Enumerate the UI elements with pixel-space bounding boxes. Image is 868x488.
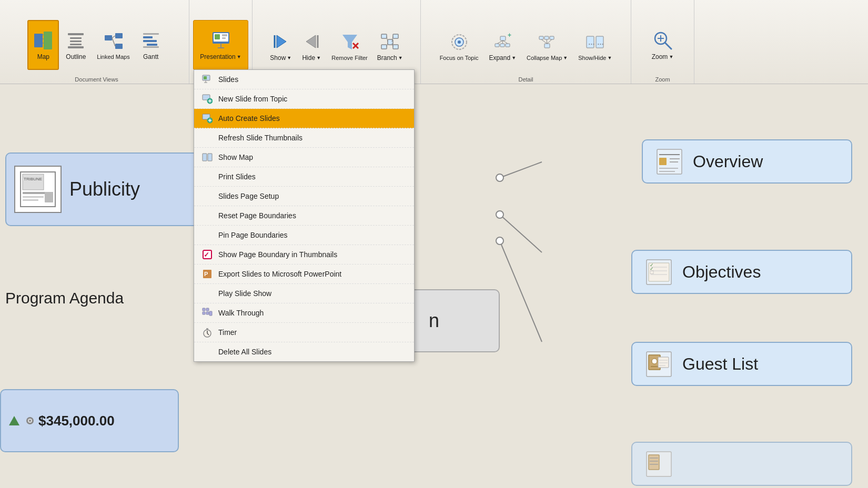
gantt-icon <box>140 30 162 51</box>
refresh-icon <box>201 132 213 144</box>
expand-label: Expand <box>489 54 510 62</box>
menu-item-refresh[interactable]: Refresh Slide Thumbnails <box>194 128 414 148</box>
menu-show-boundary-label: Show Page Boundary in Thumbnails <box>218 250 407 259</box>
svg-rect-89 <box>203 312 205 314</box>
publicity-node[interactable]: TRIBUNE Publicity <box>5 152 205 226</box>
svg-text:☐: ☐ <box>650 270 654 275</box>
show-map-icon <box>201 151 213 163</box>
hide-button[interactable]: Hide ▼ <box>297 23 326 70</box>
fourth-node[interactable] <box>631 442 852 486</box>
zoom-group-label: Zoom <box>631 76 694 84</box>
menu-item-new-slide[interactable]: New Slide from Topic <box>194 89 414 109</box>
remove-filter-button[interactable]: Remove Filter <box>327 23 371 70</box>
svg-rect-90 <box>206 312 209 314</box>
svg-rect-23 <box>222 34 227 36</box>
svg-text:✓: ✓ <box>204 251 209 259</box>
svg-line-99 <box>500 215 542 252</box>
svg-rect-82 <box>208 154 212 161</box>
svg-rect-0 <box>34 34 43 47</box>
central-label: n <box>429 310 439 332</box>
svg-rect-38 <box>393 45 398 49</box>
svg-rect-55 <box>539 36 543 39</box>
settings-icon <box>25 415 35 426</box>
gantt-label: Gantt <box>143 53 158 60</box>
branch-button[interactable]: Branch ▼ <box>373 23 407 70</box>
presentation-dropdown-arrow: ▼ <box>237 54 241 59</box>
auto-create-icon <box>201 113 213 124</box>
timer-icon <box>201 327 213 338</box>
linked-maps-button[interactable]: Linked Maps <box>93 22 134 69</box>
publicity-label: Publicity <box>69 178 140 200</box>
menu-print-label: Print Slides <box>218 172 407 181</box>
budget-up-arrow <box>9 416 19 425</box>
show-icon <box>270 31 291 52</box>
svg-rect-108 <box>23 199 38 201</box>
document-views-group: Map Outline <box>0 0 189 84</box>
svg-point-102 <box>496 237 503 245</box>
menu-page-setup-label: Slides Page Setup <box>218 192 407 200</box>
budget-amount: $345,000.00 <box>25 413 115 429</box>
menu-item-pin-boundaries[interactable]: Pin Page Boundaries <box>194 226 414 245</box>
map-button[interactable]: Map <box>27 20 59 70</box>
expand-button[interactable]: + Expand ▼ <box>485 23 520 70</box>
branch-label: Branch <box>377 54 397 62</box>
menu-pin-boundaries-label: Pin Page Boundaries <box>218 231 407 239</box>
slides-icon <box>201 74 213 85</box>
show-hide-icon: … … <box>584 32 605 53</box>
svg-rect-56 <box>544 36 549 39</box>
hide-icon <box>301 31 322 52</box>
zoom-button[interactable]: Zoom ▼ <box>637 20 689 70</box>
menu-slides-label: Slides <box>218 75 407 84</box>
menu-item-show-boundary[interactable]: ✓ Show Page Boundary in Thumbnails <box>194 245 414 265</box>
objectives-node[interactable]: ✓ ✓ ☐ Objectives <box>631 250 852 294</box>
hide-label: Hide <box>302 54 315 62</box>
menu-item-slides[interactable]: Slides <box>194 70 414 89</box>
focus-on-topic-icon <box>449 32 470 53</box>
focus-on-topic-button[interactable]: Focus on Topic <box>436 23 483 70</box>
objectives-icon: ✓ ✓ ☐ <box>643 256 674 288</box>
menu-item-delete-all[interactable]: Delete All Slides <box>194 342 414 361</box>
overview-label: Overview <box>693 152 763 171</box>
outline-icon <box>65 30 86 51</box>
svg-rect-9 <box>68 46 84 48</box>
menu-item-reset-boundaries[interactable]: Reset Page Boundaries <box>194 206 414 226</box>
svg-rect-54 <box>544 44 550 48</box>
collapse-map-button[interactable]: Collapse Map ▼ <box>522 23 572 70</box>
overview-icon <box>653 146 685 177</box>
budget-node[interactable]: $345,000.00 <box>0 389 179 452</box>
show-button[interactable]: Show ▼ <box>266 23 296 70</box>
svg-line-39 <box>387 36 388 42</box>
outline-button[interactable]: Outline <box>61 22 90 69</box>
menu-item-print[interactable]: Print Slides <box>194 167 414 187</box>
menu-export-ppt-label: Export Slides to Microsoft PowerPoint <box>218 270 407 278</box>
walk-through-icon <box>201 307 213 319</box>
menu-item-auto-create[interactable]: Auto Create Slides <box>194 109 414 128</box>
svg-line-66 <box>665 43 671 49</box>
presentation-icon <box>210 30 231 51</box>
guest-list-node[interactable]: Guest List <box>631 342 852 386</box>
menu-walk-through-label: Walk Through <box>218 309 407 317</box>
menu-item-timer[interactable]: Timer <box>194 323 414 342</box>
presentation-dropdown-menu: Slides New Slide from Topic Auto Create … <box>194 69 415 362</box>
menu-refresh-label: Refresh Slide Thumbnails <box>218 134 407 142</box>
menu-item-play-slideshow[interactable]: Play Slide Show <box>194 284 414 303</box>
menu-item-export-ppt[interactable]: P Export Slides to Microsoft PowerPoint <box>194 265 414 284</box>
presentation-button[interactable]: Presentation ▼ <box>193 20 248 70</box>
presentation-label: Presentation <box>200 53 235 60</box>
svg-rect-10 <box>105 35 112 40</box>
map-icon <box>33 30 54 51</box>
menu-item-walk-through[interactable]: Walk Through <box>194 303 414 323</box>
svg-point-130 <box>652 359 657 364</box>
overview-node[interactable]: Overview <box>642 139 852 184</box>
guest-list-label: Guest List <box>682 354 758 374</box>
menu-item-page-setup[interactable]: Slides Page Setup <box>194 187 414 206</box>
svg-text:…: … <box>597 38 604 46</box>
menu-show-map-label: Show Map <box>218 153 407 161</box>
new-slide-icon <box>201 93 213 105</box>
show-hide-button[interactable]: … … Show/Hide ▼ <box>574 23 616 70</box>
svg-point-45 <box>458 40 461 44</box>
menu-item-show-map[interactable]: Show Map <box>194 148 414 167</box>
svg-marker-29 <box>306 35 316 48</box>
gantt-button[interactable]: Gantt <box>136 22 166 69</box>
svg-rect-137 <box>649 455 659 470</box>
